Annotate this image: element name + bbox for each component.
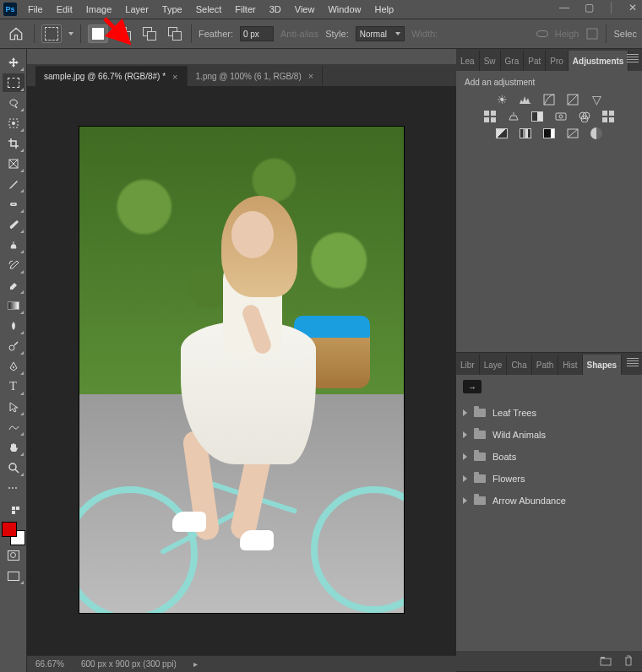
home-button[interactable] bbox=[5, 23, 27, 45]
tab-patterns[interactable]: Pat bbox=[524, 51, 546, 71]
posterize-icon[interactable] bbox=[518, 127, 533, 139]
history-brush-tool[interactable] bbox=[3, 256, 24, 274]
eraser-tool[interactable] bbox=[3, 276, 24, 295]
vibrance-icon[interactable]: ▽ bbox=[589, 94, 604, 106]
move-tool[interactable] bbox=[3, 53, 24, 72]
chevron-right-icon[interactable]: ▸ bbox=[193, 659, 198, 669]
invert-icon[interactable] bbox=[494, 127, 509, 139]
menu-image[interactable]: Image bbox=[80, 3, 118, 16]
title-bar: Ps File Edit Image Layer Type Select Fil… bbox=[0, 0, 642, 19]
screen-mode-toggle[interactable] bbox=[3, 566, 24, 585]
channel-mixer-icon[interactable] bbox=[577, 111, 592, 122]
tab-layers[interactable]: Laye bbox=[480, 355, 508, 375]
more-tools[interactable]: ⋯ bbox=[3, 479, 24, 497]
rect-marquee-tool[interactable] bbox=[3, 73, 24, 92]
tab-history[interactable]: Hist bbox=[558, 355, 582, 375]
foreground-color[interactable] bbox=[2, 522, 17, 537]
tab-libraries[interactable]: Libr bbox=[456, 355, 480, 375]
gradient-tool[interactable] bbox=[3, 296, 24, 315]
quick-select-tool[interactable] bbox=[3, 114, 24, 133]
tab-learn[interactable]: Lea bbox=[456, 51, 480, 71]
marquee-mode-icon[interactable] bbox=[41, 24, 62, 43]
menu-window[interactable]: Window bbox=[322, 3, 367, 16]
close-button[interactable]: ✕ bbox=[628, 2, 637, 14]
dodge-tool[interactable] bbox=[3, 337, 24, 355]
levels-icon[interactable] bbox=[518, 94, 533, 106]
tab-channels[interactable]: Cha bbox=[507, 355, 531, 375]
threshold-icon[interactable] bbox=[541, 127, 557, 139]
style-select[interactable]: Normal bbox=[356, 26, 405, 41]
color-lookup-icon[interactable] bbox=[601, 111, 616, 122]
zoom-level[interactable]: 66.67% bbox=[35, 659, 64, 669]
shape-preview-icon[interactable]: → bbox=[463, 380, 482, 393]
gradient-map-icon[interactable] bbox=[565, 127, 580, 139]
select-and-mask-button[interactable]: Selec bbox=[613, 29, 637, 39]
frame-tool[interactable] bbox=[3, 154, 24, 173]
minimize-button[interactable]: — bbox=[559, 2, 569, 14]
tree-item-wild-animals[interactable]: Wild Animals bbox=[456, 424, 642, 446]
tree-item-leaf-trees[interactable]: Leaf Trees bbox=[456, 402, 642, 424]
new-folder-icon[interactable] bbox=[600, 656, 612, 666]
tab-properties[interactable]: Pro bbox=[546, 51, 569, 71]
shape-tool[interactable] bbox=[3, 418, 24, 436]
menu-select[interactable]: Select bbox=[190, 3, 228, 16]
feather-input[interactable] bbox=[240, 26, 274, 41]
preferences-icon[interactable] bbox=[585, 27, 599, 41]
panel-menu-icon[interactable] bbox=[627, 358, 639, 366]
canvas-viewport[interactable] bbox=[27, 86, 456, 655]
color-balance-icon[interactable] bbox=[506, 111, 521, 122]
close-tab-icon[interactable]: × bbox=[308, 71, 313, 81]
menu-layer[interactable]: Layer bbox=[119, 3, 155, 16]
brightness-contrast-icon[interactable]: ☀ bbox=[494, 94, 509, 106]
eyedropper-tool[interactable] bbox=[3, 175, 24, 193]
doc-tab-inactive[interactable]: 1.png @ 100% (6 1, RGB/8)× bbox=[188, 66, 324, 86]
quick-mask-toggle[interactable] bbox=[3, 546, 24, 565]
chevron-down-icon[interactable] bbox=[68, 32, 73, 35]
hue-sat-icon[interactable] bbox=[482, 111, 498, 122]
close-tab-icon[interactable]: × bbox=[172, 72, 177, 82]
black-white-icon[interactable] bbox=[530, 111, 545, 122]
hand-tool[interactable] bbox=[3, 438, 24, 457]
tree-item-boats[interactable]: Boats bbox=[456, 446, 642, 468]
photo-filter-icon[interactable] bbox=[553, 111, 569, 122]
zoom-tool[interactable] bbox=[3, 458, 24, 477]
curves-icon[interactable] bbox=[541, 94, 557, 106]
menu-file[interactable]: File bbox=[22, 3, 49, 16]
tree-item-flowers[interactable]: Flowers bbox=[456, 468, 642, 490]
exposure-icon[interactable] bbox=[565, 94, 580, 106]
blur-tool[interactable] bbox=[3, 317, 24, 335]
pen-tool[interactable] bbox=[3, 357, 24, 376]
selection-add-button[interactable] bbox=[115, 27, 133, 41]
lasso-tool[interactable] bbox=[3, 94, 24, 112]
crop-tool[interactable] bbox=[3, 134, 24, 153]
doc-dimensions[interactable]: 600 px x 900 px (300 ppi) bbox=[81, 659, 177, 669]
menu-type[interactable]: Type bbox=[156, 3, 188, 16]
menu-view[interactable]: View bbox=[289, 3, 321, 16]
path-select-tool[interactable] bbox=[3, 398, 24, 416]
tab-adjustments[interactable]: Adjustments bbox=[569, 51, 629, 71]
tab-paths[interactable]: Path bbox=[532, 355, 559, 375]
color-swatches[interactable] bbox=[2, 522, 25, 545]
document-canvas[interactable] bbox=[79, 127, 404, 613]
tree-item-arrow-abundance[interactable]: Arrow Abundance bbox=[456, 490, 642, 512]
menu-help[interactable]: Help bbox=[369, 3, 400, 16]
selection-subtract-button[interactable] bbox=[140, 27, 159, 41]
panel-menu-icon[interactable] bbox=[627, 54, 639, 62]
tab-shapes[interactable]: Shapes bbox=[583, 355, 623, 375]
type-tool[interactable]: T bbox=[3, 377, 24, 396]
menu-3d[interactable]: 3D bbox=[264, 3, 287, 16]
selection-new-button[interactable] bbox=[88, 24, 108, 43]
clone-stamp-tool[interactable] bbox=[3, 236, 24, 254]
menu-filter[interactable]: Filter bbox=[229, 3, 261, 16]
selection-intersect-button[interactable] bbox=[166, 27, 184, 41]
healing-brush-tool[interactable] bbox=[3, 195, 24, 214]
brush-tool[interactable] bbox=[3, 215, 24, 234]
delete-icon[interactable] bbox=[623, 655, 634, 667]
edit-toolbar[interactable] bbox=[3, 499, 24, 518]
menu-edit[interactable]: Edit bbox=[51, 3, 79, 16]
doc-tab-active[interactable]: sample.jpg @ 66.7% (RGB/8#) *× bbox=[35, 66, 188, 86]
tab-gradients[interactable]: Gra bbox=[501, 51, 525, 71]
tab-swatches[interactable]: Sw bbox=[480, 51, 501, 71]
maximize-button[interactable]: ▢ bbox=[585, 2, 594, 14]
selective-color-icon[interactable] bbox=[589, 127, 604, 139]
